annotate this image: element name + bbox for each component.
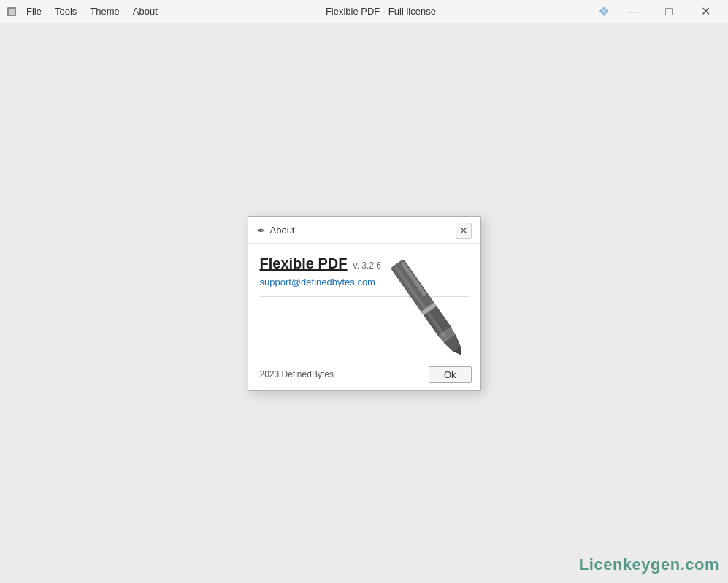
dialog-title-bar: ✒ About ✕ xyxy=(248,217,480,244)
app-version: v. 3.2.6 xyxy=(353,260,381,271)
dialog-title-left: ✒ About xyxy=(257,225,295,236)
main-content: ✒ About ✕ Flexible PDF v. 3.2.6 support@… xyxy=(0,23,728,583)
dialog-close-button[interactable]: ✕ xyxy=(456,223,472,239)
pen-illustration xyxy=(378,251,473,360)
minimize-button[interactable]: — xyxy=(616,0,649,23)
menu-tools[interactable]: Tools xyxy=(49,4,83,18)
about-dialog: ✒ About ✕ Flexible PDF v. 3.2.6 support@… xyxy=(248,216,481,391)
dialog-pen-icon: ✒ xyxy=(257,225,266,236)
app-name: Flexible PDF xyxy=(260,255,348,272)
modal-overlay: ✒ About ✕ Flexible PDF v. 3.2.6 support@… xyxy=(0,23,728,583)
ok-button[interactable]: Ok xyxy=(429,366,472,383)
dialog-body: Flexible PDF v. 3.2.6 support@definedbyt… xyxy=(248,244,480,360)
menu-theme[interactable]: Theme xyxy=(84,4,125,18)
menu-about[interactable]: About xyxy=(127,4,164,18)
watermark: Licenkeygen.com xyxy=(579,555,719,574)
window-title: Flexible PDF - Full license xyxy=(164,6,598,17)
maximize-button[interactable]: □ xyxy=(652,0,686,23)
title-bar: File Tools Theme About Flexible PDF - Fu… xyxy=(0,0,728,23)
dialog-title-text: About xyxy=(270,225,295,236)
copyright-text: 2023 DefinedBytes xyxy=(260,369,334,379)
menu-bar: File Tools Theme About xyxy=(20,4,164,18)
window-controls: — □ ✕ xyxy=(616,0,722,23)
svg-rect-8 xyxy=(394,266,445,336)
drag-icon: ❖ xyxy=(598,4,610,20)
menu-file[interactable]: File xyxy=(20,4,47,18)
close-button[interactable]: ✕ xyxy=(689,0,722,23)
dialog-footer: 2023 DefinedBytes Ok xyxy=(248,360,480,390)
svg-rect-1 xyxy=(9,9,15,15)
app-icon xyxy=(6,6,18,18)
